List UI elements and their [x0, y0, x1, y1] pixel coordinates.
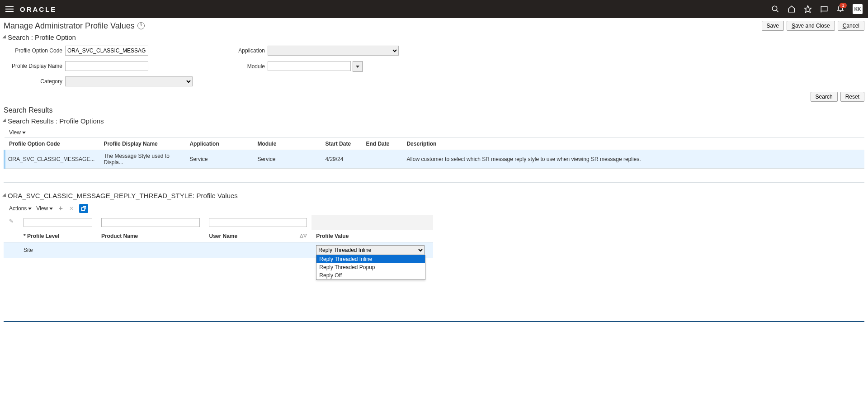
category-label: Category — [4, 78, 62, 85]
profile-display-name-input[interactable] — [65, 61, 148, 71]
module-lov-button[interactable] — [353, 61, 363, 72]
search-section-header[interactable]: Search : Profile Option — [4, 33, 864, 41]
detach-button[interactable] — [79, 204, 88, 213]
cancel-button[interactable]: Cancel — [838, 21, 864, 31]
cell-product — [97, 242, 205, 258]
sort-icons[interactable]: △▽ — [300, 233, 307, 238]
disclosure-icon — [2, 35, 7, 40]
chevron-down-icon — [28, 208, 32, 210]
save-button[interactable]: Save — [762, 21, 784, 31]
application-select[interactable] — [268, 46, 399, 56]
filter-level-input[interactable] — [24, 218, 92, 227]
filter-user-input[interactable] — [209, 218, 307, 227]
search-button[interactable]: Search — [811, 92, 838, 102]
page-title: Manage Administrator Profile Values ? — [4, 21, 145, 31]
module-label: Module — [229, 63, 265, 70]
user-avatar[interactable]: KK — [853, 4, 863, 14]
category-select[interactable] — [65, 76, 193, 86]
cell-end — [361, 150, 402, 169]
profile-option-code-input[interactable] — [65, 46, 148, 56]
application-label: Application — [229, 47, 265, 54]
search-results-heading: Search Results — [4, 106, 864, 114]
profile-options-subheader[interactable]: Search Results : Profile Options — [4, 117, 864, 125]
notification-count-badge: 1 — [840, 3, 847, 8]
help-icon[interactable]: ? — [137, 22, 145, 29]
bell-icon[interactable]: 1 — [836, 5, 844, 13]
cell-level: Site — [19, 242, 97, 258]
profile-values-header[interactable]: ORA_SVC_CLASSIC_MESSAGE_REPLY_THREAD_STY… — [4, 192, 864, 199]
flag-icon[interactable] — [820, 5, 828, 13]
profile-values-table: ✎ Profile Level Product Name User Name △… — [4, 215, 433, 258]
cell-display: The Message Style used to Displa... — [99, 150, 185, 169]
star-icon[interactable] — [804, 5, 812, 13]
cell-application: Service — [185, 150, 253, 169]
profile-display-name-label: Profile Display Name — [4, 63, 62, 69]
profile-value-dropdown: Reply Threaded Inline Reply Threaded Pop… — [316, 255, 425, 280]
profile-options-table: Profile Option Code Profile Display Name… — [4, 137, 864, 169]
chevron-down-icon — [22, 132, 26, 134]
chevron-down-icon — [49, 208, 53, 210]
chevron-down-icon — [356, 66, 359, 68]
cell-code: ORA_SVC_CLASSIC_MESSAGE... — [5, 150, 99, 169]
col-profile-level[interactable]: Profile Level — [19, 230, 97, 242]
cell-user — [204, 242, 311, 258]
cell-start: 4/29/24 — [321, 150, 361, 169]
svg-rect-3 — [821, 6, 827, 11]
col-module[interactable]: Module — [253, 138, 321, 150]
cell-module: Service — [253, 150, 321, 169]
global-header: ORACLE 1 KK — [0, 0, 868, 18]
disclosure-icon — [2, 118, 7, 123]
actions-menu[interactable]: Actions — [9, 205, 32, 212]
footer-rule — [4, 321, 864, 322]
col-end[interactable]: End Date — [361, 138, 402, 150]
col-product-name[interactable]: Product Name — [97, 230, 205, 242]
svg-rect-6 — [82, 208, 85, 211]
module-input[interactable] — [268, 61, 351, 71]
dropdown-option[interactable]: Reply Threaded Popup — [316, 263, 425, 271]
home-icon[interactable] — [788, 5, 796, 13]
col-desc[interactable]: Description — [402, 138, 864, 150]
reset-button[interactable]: Reset — [840, 92, 864, 102]
add-row-button[interactable] — [57, 205, 64, 212]
profile-option-code-label: Profile Option Code — [4, 47, 62, 54]
col-profile-value[interactable]: Profile Value — [311, 230, 433, 242]
cell-desc: Allow customer to select which SR messag… — [402, 150, 864, 169]
table-row[interactable]: Site Reply Threaded Inline Reply Threade… — [4, 242, 433, 258]
svg-point-0 — [772, 6, 777, 11]
brand-logo: ORACLE — [20, 5, 57, 13]
col-application[interactable]: Application — [185, 138, 253, 150]
col-user-name[interactable]: User Name △▽ — [204, 230, 311, 242]
view-menu-2[interactable]: View — [36, 205, 53, 212]
svg-line-1 — [776, 10, 778, 12]
dropdown-option[interactable]: Reply Threaded Inline — [316, 255, 425, 263]
dropdown-option[interactable]: Reply Off — [316, 271, 425, 279]
svg-marker-2 — [805, 6, 811, 13]
save-and-close-button[interactable]: Save and Close — [787, 21, 835, 31]
view-menu[interactable]: View — [9, 129, 26, 136]
delete-row-button[interactable] — [68, 205, 75, 212]
search-icon[interactable] — [771, 5, 779, 13]
profile-value-select[interactable]: Reply Threaded Inline — [316, 245, 425, 255]
col-code[interactable]: Profile Option Code — [5, 138, 99, 150]
nav-menu-button[interactable] — [5, 6, 14, 12]
col-display[interactable]: Profile Display Name — [99, 138, 185, 150]
search-form: Profile Option Code Profile Display Name… — [4, 44, 864, 90]
edit-icon[interactable]: ✎ — [4, 215, 19, 227]
disclosure-icon — [2, 193, 7, 198]
filter-product-input[interactable] — [101, 218, 200, 227]
col-start[interactable]: Start Date — [321, 138, 361, 150]
table-row[interactable]: ORA_SVC_CLASSIC_MESSAGE... The Message S… — [5, 150, 864, 169]
